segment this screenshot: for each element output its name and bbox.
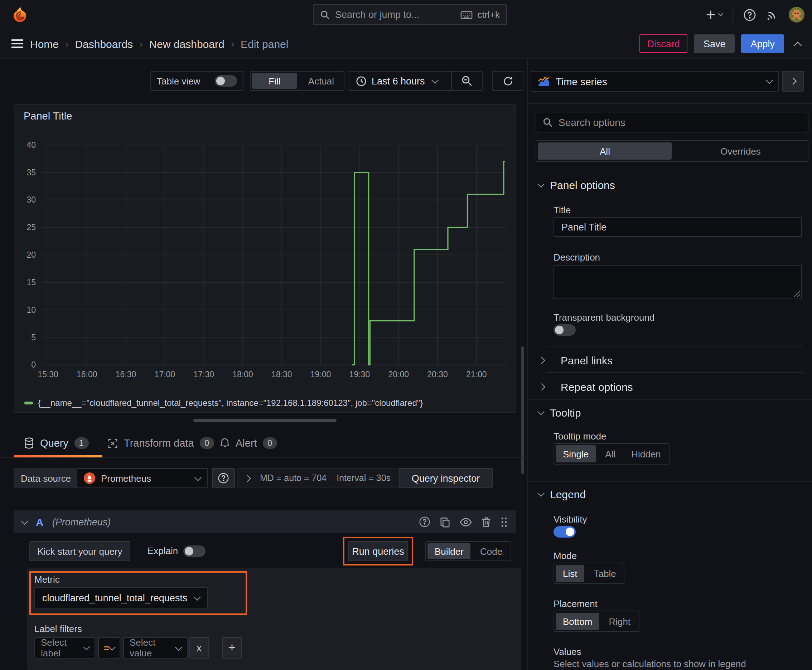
expand-options-icon bbox=[244, 475, 251, 482]
remove-filter-button[interactable]: x bbox=[189, 637, 209, 658]
legend-visibility-toggle[interactable] bbox=[554, 526, 576, 538]
tab-overrides[interactable]: Overrides bbox=[673, 141, 808, 161]
kick-start-button[interactable]: Kick start your query bbox=[29, 541, 131, 561]
clock-icon bbox=[356, 76, 367, 86]
datasource-help-button[interactable] bbox=[212, 468, 235, 488]
svg-text:0: 0 bbox=[31, 360, 36, 369]
panel-links-section[interactable]: Panel links bbox=[528, 348, 812, 372]
active-tab-underline bbox=[14, 455, 102, 457]
breadcrumb-separator: › bbox=[65, 38, 68, 49]
svg-text:15:30: 15:30 bbox=[37, 370, 58, 379]
time-series-chart[interactable]: 051015202530354015:3016:0016:3017:0017:3… bbox=[14, 105, 517, 414]
save-button[interactable]: Save bbox=[694, 34, 735, 53]
query-row-header[interactable]: A (Prometheus) bbox=[14, 510, 516, 533]
legend-placement-right[interactable]: Right bbox=[601, 611, 638, 631]
legend-mode-label: Mode bbox=[554, 550, 577, 561]
query-actions-row: Kick start your query Explain Run querie… bbox=[0, 540, 527, 568]
description-textarea[interactable] bbox=[554, 265, 802, 299]
legend-header[interactable]: Legend bbox=[539, 488, 586, 500]
tab-query-label: Query bbox=[40, 437, 68, 449]
grafana-logo-icon[interactable] bbox=[12, 6, 29, 24]
legend-values-label: Values bbox=[554, 646, 581, 657]
actual-option[interactable]: Actual bbox=[298, 71, 344, 90]
svg-text:18:00: 18:00 bbox=[232, 370, 253, 379]
tooltip-all[interactable]: All bbox=[597, 444, 623, 464]
tab-alert[interactable]: Alert 0 bbox=[220, 428, 277, 458]
time-range-button[interactable]: Last 6 hours bbox=[349, 76, 451, 86]
query-ref-id: A bbox=[36, 516, 44, 528]
discard-button[interactable]: Discard bbox=[639, 34, 688, 53]
legend-placement-bottom[interactable]: Bottom bbox=[556, 613, 599, 630]
table-view-label: Table view bbox=[157, 76, 200, 86]
breadcrumb-separator: › bbox=[231, 38, 234, 49]
transparent-background-toggle[interactable] bbox=[554, 324, 576, 336]
datasource-label: Data source bbox=[14, 468, 78, 488]
tooltip-mode-label: Tooltip mode bbox=[554, 431, 606, 442]
tooltip-single[interactable]: Single bbox=[556, 445, 596, 462]
operator-dropdown[interactable]: = bbox=[98, 637, 120, 658]
description-label: Description bbox=[554, 252, 600, 263]
svg-text:10: 10 bbox=[27, 305, 36, 315]
max-data-points: MD = auto = 704 bbox=[260, 473, 327, 483]
repeat-options-section[interactable]: Repeat options bbox=[528, 374, 812, 399]
tooltip-hidden[interactable]: Hidden bbox=[623, 444, 668, 464]
zoom-out-button[interactable] bbox=[451, 71, 482, 90]
help-icon[interactable] bbox=[743, 8, 756, 21]
tooltip-header[interactable]: Tooltip bbox=[539, 406, 581, 419]
textarea-resize-handle[interactable] bbox=[793, 291, 800, 297]
delete-query-icon[interactable] bbox=[481, 516, 491, 527]
apply-button[interactable]: Apply bbox=[741, 34, 784, 53]
tab-transform[interactable]: Transform data 0 bbox=[107, 428, 214, 458]
explain-label: Explain bbox=[147, 545, 178, 556]
news-icon[interactable] bbox=[766, 8, 778, 21]
title-label: Title bbox=[554, 205, 571, 215]
query-inspector-button[interactable]: Query inspector bbox=[399, 468, 493, 488]
table-view-control: Table view bbox=[150, 71, 244, 91]
query-options-summary[interactable]: MD = auto = 704 Interval = 30s bbox=[237, 468, 402, 488]
explain-toggle[interactable] bbox=[183, 545, 205, 557]
code-option[interactable]: Code bbox=[472, 542, 510, 560]
tab-alert-label: Alert bbox=[236, 437, 257, 449]
add-filter-button[interactable]: + bbox=[222, 637, 242, 658]
run-queries-button[interactable]: Run queries bbox=[348, 541, 408, 561]
resize-drag-handle[interactable] bbox=[193, 419, 337, 422]
options-search-input[interactable]: Search options bbox=[536, 112, 809, 132]
divider bbox=[528, 103, 812, 104]
breadcrumb-separator: › bbox=[139, 38, 142, 49]
tab-all[interactable]: All bbox=[538, 142, 672, 160]
collapse-options-button[interactable] bbox=[782, 71, 804, 91]
legend-mode-list[interactable]: List bbox=[556, 565, 584, 582]
hide-query-icon[interactable] bbox=[460, 516, 472, 527]
table-view-toggle[interactable] bbox=[215, 75, 237, 86]
breadcrumb-home[interactable]: Home bbox=[30, 37, 59, 50]
drag-query-icon[interactable] bbox=[500, 516, 508, 527]
duplicate-query-icon[interactable] bbox=[440, 516, 450, 527]
chart-legend[interactable]: {__name__="cloudflared_tunnel_total_requ… bbox=[24, 398, 423, 408]
builder-option[interactable]: Builder bbox=[427, 543, 471, 559]
global-search-input[interactable]: Search or jump to... ctrl+k bbox=[313, 4, 507, 25]
breadcrumb-new-dashboard[interactable]: New dashboard bbox=[149, 37, 224, 50]
search-icon bbox=[320, 10, 330, 20]
tab-query[interactable]: Query 1 bbox=[24, 428, 88, 458]
breadcrumb-dashboards[interactable]: Dashboards bbox=[75, 37, 133, 50]
user-avatar[interactable] bbox=[788, 7, 805, 23]
query-help-icon[interactable] bbox=[419, 516, 431, 528]
add-menu-button[interactable] bbox=[705, 9, 722, 20]
refresh-button[interactable] bbox=[492, 71, 524, 91]
datasource-picker[interactable]: Prometheus bbox=[76, 468, 208, 488]
divider bbox=[547, 346, 804, 347]
select-label-dropdown[interactable]: Select label bbox=[34, 637, 95, 658]
run-queries-annotation: Run queries bbox=[343, 537, 413, 565]
collapse-up-icon[interactable] bbox=[795, 41, 800, 47]
menu-icon[interactable] bbox=[12, 39, 23, 49]
select-value-dropdown[interactable]: Select value bbox=[123, 637, 188, 658]
visualization-picker[interactable]: Time series bbox=[531, 71, 779, 91]
fill-option[interactable]: Fill bbox=[252, 73, 297, 89]
svg-text:18:30: 18:30 bbox=[271, 370, 292, 379]
legend-swatch bbox=[24, 401, 33, 404]
panel-title-input[interactable]: Panel Title bbox=[554, 217, 802, 237]
panel-options-header[interactable]: Panel options bbox=[539, 179, 615, 191]
collapse-query-icon[interactable] bbox=[21, 517, 28, 524]
metric-select[interactable]: cloudflared_tunnel_total_requests bbox=[34, 587, 208, 608]
legend-mode-table[interactable]: Table bbox=[586, 563, 624, 584]
